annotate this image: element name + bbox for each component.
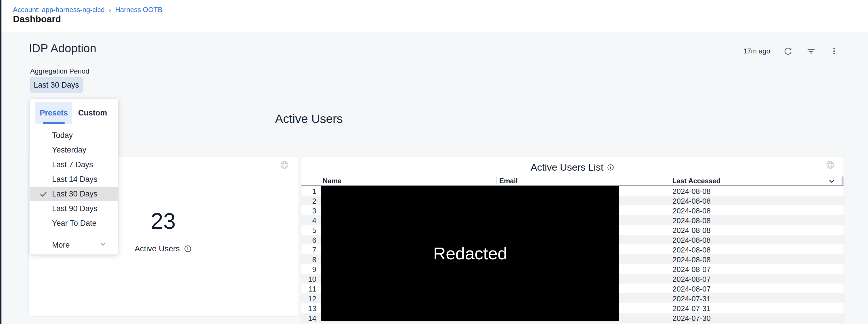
dashboard-controls: 17m ago [743, 46, 839, 56]
preset-option-year-to-date[interactable]: Year To Date [30, 216, 118, 231]
column-separator [669, 177, 669, 184]
column-body-separator [669, 186, 669, 321]
last-accessed-cell: 2024-07-31 [673, 294, 711, 303]
last-accessed-cell: 2024-08-08 [673, 255, 711, 264]
row-number: 13 [302, 304, 316, 313]
table-scrollbar-thumb[interactable] [841, 176, 843, 185]
row-number: 12 [302, 294, 316, 303]
row-number: 7 [302, 246, 316, 254]
preset-option-label: Last 30 Days [52, 189, 97, 199]
active-users-list-card: Active Users List Name Email Last Access… [302, 156, 843, 321]
last-accessed-cell: 2024-08-07 [673, 265, 711, 274]
top-header: Account: app-harness-ng-cicd › Harness O… [1, 0, 868, 32]
last-accessed-cell: 2024-08-08 [673, 187, 711, 196]
row-number: 5 [302, 226, 316, 235]
preset-option-last-7-days[interactable]: Last 7 Days [30, 157, 118, 172]
filter-icon[interactable] [806, 46, 816, 56]
table-title: Active Users List [531, 162, 603, 173]
dashboard-section-title: IDP Adoption [29, 42, 96, 55]
last-accessed-cell: 2024-08-07 [673, 285, 711, 294]
preset-options-list: Today Yesterday Last 7 Days Last 14 Days… [30, 124, 118, 231]
info-icon [607, 164, 614, 171]
tab-custom[interactable]: Custom [77, 102, 108, 124]
breadcrumb-current-link[interactable]: Harness OOTB [115, 6, 162, 14]
chevron-down-icon [99, 241, 107, 250]
last-accessed-cell: 2024-08-08 [673, 216, 711, 225]
breadcrumb-account-link[interactable]: Account: app-harness-ng-cicd [13, 6, 105, 14]
column-body-separator [320, 186, 320, 321]
preset-option-last-14-days[interactable]: Last 14 Days [30, 172, 118, 187]
last-refreshed-label: 17m ago [743, 47, 770, 55]
last-accessed-cell: 2024-08-08 [673, 207, 711, 215]
row-number: 10 [302, 275, 316, 284]
row-number: 4 [302, 216, 316, 225]
row-number: 1 [302, 187, 316, 196]
column-header-email[interactable]: Email [499, 177, 518, 185]
metric-label: Active Users [134, 244, 180, 253]
period-dropdown-tabs: Presets Custom [30, 99, 118, 124]
preset-option-today[interactable]: Today [30, 128, 118, 143]
row-number: 8 [302, 255, 316, 264]
redacted-columns-overlay: Redacted [321, 186, 619, 321]
breadcrumb: Account: app-harness-ng-cicd › Harness O… [13, 6, 162, 14]
column-separator [496, 177, 497, 184]
preset-option-yesterday[interactable]: Yesterday [30, 143, 118, 157]
row-number: 9 [302, 265, 316, 274]
table-menu-chevron-icon[interactable] [828, 178, 836, 186]
last-accessed-cell: 2024-07-31 [673, 304, 711, 313]
refresh-icon[interactable] [783, 46, 793, 56]
last-accessed-cell: 2024-08-08 [673, 236, 711, 245]
period-dropdown: Presets Custom Today Yesterday Last 7 Da… [30, 99, 118, 254]
row-number: 2 [302, 197, 316, 206]
page-title: Dashboard [13, 14, 61, 25]
checkmark-icon [39, 190, 48, 200]
row-number: 11 [302, 285, 316, 294]
column-separator [320, 177, 320, 184]
info-icon [184, 245, 192, 253]
row-number: 3 [302, 207, 316, 215]
active-users-heading: Active Users [1, 112, 868, 126]
breadcrumb-chevron-icon: › [109, 6, 111, 13]
aggregation-period-label: Aggregation Period [30, 67, 89, 75]
last-accessed-cell: 2024-08-08 [673, 246, 711, 254]
last-accessed-cell: 2024-08-08 [673, 226, 711, 235]
preset-option-last-30-days[interactable]: Last 30 Days [30, 187, 118, 201]
kebab-menu-icon[interactable] [829, 46, 839, 56]
last-accessed-cell: 2024-08-08 [673, 197, 711, 206]
column-header-name[interactable]: Name [323, 177, 341, 185]
more-label: More [52, 241, 70, 250]
row-number: 14 [302, 314, 316, 321]
row-number: 6 [302, 236, 316, 245]
tab-presets[interactable]: Presets [35, 102, 72, 124]
more-options-button[interactable]: More [30, 235, 118, 254]
last-accessed-cell: 2024-08-07 [673, 275, 711, 284]
column-header-last-accessed[interactable]: Last Accessed [673, 177, 720, 185]
table-header-row: Name Email Last Accessed [302, 176, 843, 186]
globe-icon [280, 160, 289, 171]
aggregation-period-button[interactable]: Last 30 Days [30, 77, 83, 93]
preset-option-last-90-days[interactable]: Last 90 Days [30, 201, 118, 216]
dashboard-area: IDP Adoption 17m ago Aggregation Period … [1, 32, 868, 324]
active-tab-indicator [43, 122, 65, 124]
last-accessed-cell: 2024-07-30 [673, 314, 711, 321]
